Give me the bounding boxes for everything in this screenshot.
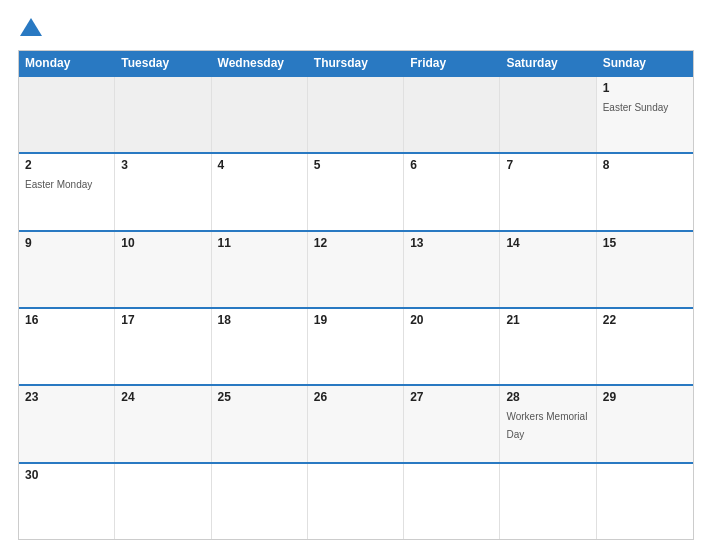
calendar-row-2: 2Easter Monday345678	[19, 152, 693, 229]
calendar-cell-r3-c5: 13	[404, 232, 500, 307]
calendar-cell-r2-c7: 8	[597, 154, 693, 229]
calendar-cell-r1-c2	[115, 77, 211, 152]
calendar-cell-r6-c5	[404, 464, 500, 539]
col-monday: Monday	[19, 51, 115, 75]
calendar-cell-r1-c3	[212, 77, 308, 152]
col-thursday: Thursday	[308, 51, 404, 75]
col-friday: Friday	[404, 51, 500, 75]
day-number: 3	[121, 158, 204, 172]
calendar-row-5: 232425262728Workers Memorial Day29	[19, 384, 693, 461]
day-number: 9	[25, 236, 108, 250]
calendar-cell-r6-c7	[597, 464, 693, 539]
calendar-header: Monday Tuesday Wednesday Thursday Friday…	[19, 51, 693, 75]
calendar-cell-r3-c1: 9	[19, 232, 115, 307]
calendar-cell-r1-c6	[500, 77, 596, 152]
day-number: 1	[603, 81, 687, 95]
day-event: Easter Monday	[25, 179, 92, 190]
calendar-page: Monday Tuesday Wednesday Thursday Friday…	[0, 0, 712, 550]
calendar-cell-r1-c5	[404, 77, 500, 152]
day-number: 28	[506, 390, 589, 404]
calendar-body: 1Easter Sunday2Easter Monday345678910111…	[19, 75, 693, 539]
calendar-cell-r6-c2	[115, 464, 211, 539]
calendar-cell-r3-c2: 10	[115, 232, 211, 307]
day-number: 13	[410, 236, 493, 250]
day-number: 17	[121, 313, 204, 327]
calendar-cell-r4-c6: 21	[500, 309, 596, 384]
day-number: 29	[603, 390, 687, 404]
day-number: 18	[218, 313, 301, 327]
calendar-row-1: 1Easter Sunday	[19, 75, 693, 152]
calendar-row-3: 9101112131415	[19, 230, 693, 307]
day-number: 16	[25, 313, 108, 327]
calendar-cell-r4-c2: 17	[115, 309, 211, 384]
day-number: 26	[314, 390, 397, 404]
day-event: Workers Memorial Day	[506, 411, 587, 440]
calendar-cell-r5-c7: 29	[597, 386, 693, 461]
day-number: 7	[506, 158, 589, 172]
calendar-grid: Monday Tuesday Wednesday Thursday Friday…	[18, 50, 694, 540]
svg-marker-0	[20, 18, 42, 36]
calendar-cell-r1-c1	[19, 77, 115, 152]
day-number: 14	[506, 236, 589, 250]
day-number: 5	[314, 158, 397, 172]
calendar-cell-r6-c1: 30	[19, 464, 115, 539]
calendar-cell-r3-c7: 15	[597, 232, 693, 307]
logo-icon	[20, 18, 42, 36]
day-number: 11	[218, 236, 301, 250]
calendar-cell-r5-c2: 24	[115, 386, 211, 461]
calendar-cell-r5-c5: 27	[404, 386, 500, 461]
day-number: 10	[121, 236, 204, 250]
calendar-cell-r4-c7: 22	[597, 309, 693, 384]
day-number: 8	[603, 158, 687, 172]
calendar-cell-r4-c1: 16	[19, 309, 115, 384]
day-number: 25	[218, 390, 301, 404]
day-number: 21	[506, 313, 589, 327]
day-number: 27	[410, 390, 493, 404]
calendar-cell-r6-c3	[212, 464, 308, 539]
day-number: 2	[25, 158, 108, 172]
calendar-cell-r2-c1: 2Easter Monday	[19, 154, 115, 229]
calendar-cell-r2-c2: 3	[115, 154, 211, 229]
calendar-cell-r5-c3: 25	[212, 386, 308, 461]
calendar-cell-r1-c7: 1Easter Sunday	[597, 77, 693, 152]
day-number: 12	[314, 236, 397, 250]
day-number: 6	[410, 158, 493, 172]
col-wednesday: Wednesday	[212, 51, 308, 75]
day-number: 19	[314, 313, 397, 327]
calendar-cell-r2-c3: 4	[212, 154, 308, 229]
calendar-cell-r4-c4: 19	[308, 309, 404, 384]
calendar-cell-r4-c3: 18	[212, 309, 308, 384]
calendar-cell-r4-c5: 20	[404, 309, 500, 384]
col-sunday: Sunday	[597, 51, 693, 75]
calendar-cell-r2-c4: 5	[308, 154, 404, 229]
logo	[18, 18, 42, 36]
calendar-cell-r5-c4: 26	[308, 386, 404, 461]
calendar-cell-r3-c3: 11	[212, 232, 308, 307]
calendar-cell-r5-c6: 28Workers Memorial Day	[500, 386, 596, 461]
day-number: 22	[603, 313, 687, 327]
calendar-cell-r3-c4: 12	[308, 232, 404, 307]
day-event: Easter Sunday	[603, 102, 669, 113]
calendar-cell-r5-c1: 23	[19, 386, 115, 461]
calendar-cell-r2-c5: 6	[404, 154, 500, 229]
day-number: 15	[603, 236, 687, 250]
page-header	[18, 18, 694, 36]
calendar-row-4: 16171819202122	[19, 307, 693, 384]
day-number: 30	[25, 468, 108, 482]
calendar-cell-r2-c6: 7	[500, 154, 596, 229]
calendar-cell-r1-c4	[308, 77, 404, 152]
calendar-row-6: 30	[19, 462, 693, 539]
day-number: 23	[25, 390, 108, 404]
calendar-cell-r6-c4	[308, 464, 404, 539]
col-tuesday: Tuesday	[115, 51, 211, 75]
calendar-cell-r6-c6	[500, 464, 596, 539]
day-number: 4	[218, 158, 301, 172]
day-number: 20	[410, 313, 493, 327]
day-number: 24	[121, 390, 204, 404]
calendar-cell-r3-c6: 14	[500, 232, 596, 307]
col-saturday: Saturday	[500, 51, 596, 75]
